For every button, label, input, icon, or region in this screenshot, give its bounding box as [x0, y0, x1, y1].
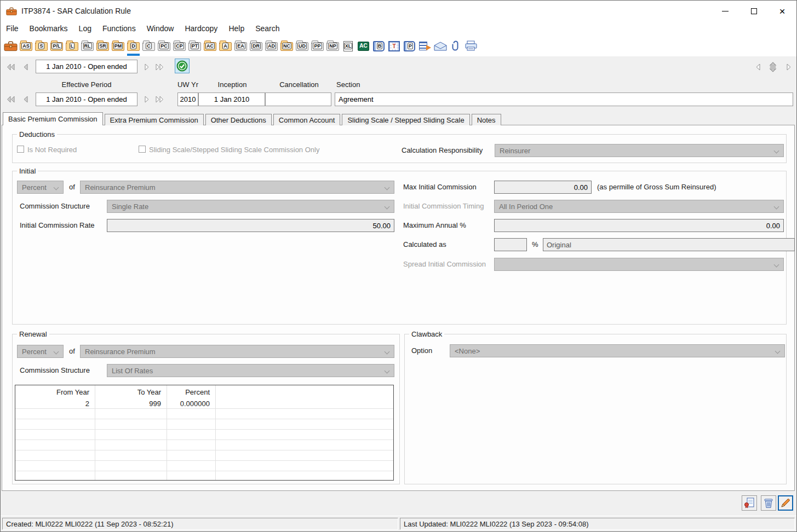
validated-check-button[interactable]: [175, 59, 190, 73]
close-button[interactable]: ×: [768, 2, 796, 20]
prev-period-button[interactable]: [21, 63, 31, 71]
clawback-option-label: Option: [411, 346, 432, 355]
effective-period-display-top[interactable]: 1 Jan 2010 - Open ended: [36, 60, 137, 73]
table-empty-row[interactable]: [15, 429, 393, 440]
tab[interactable]: Sliding Scale / Stepped Sliding Scale: [342, 114, 469, 125]
toolbar-folder-icon[interactable]: C: [142, 40, 156, 52]
envelope-icon[interactable]: [433, 40, 447, 52]
calculated-as-percent-field[interactable]: [494, 238, 527, 251]
next-subperiod-button[interactable]: [142, 95, 151, 103]
section-field[interactable]: Agreement: [335, 92, 793, 106]
sliding-scale-only-checkbox[interactable]: [139, 146, 146, 153]
toolbar-folder-icon[interactable]: A: [219, 40, 232, 52]
maximize-button[interactable]: [739, 2, 768, 20]
calc-responsibility-select[interactable]: Reinsurer: [495, 144, 784, 157]
menu-item[interactable]: Log: [73, 22, 97, 34]
toolbar-folder-icon[interactable]: DR: [249, 40, 263, 52]
calculated-as-label: Calculated as: [403, 240, 446, 248]
last-subperiod-button[interactable]: [155, 95, 164, 103]
book-p-icon[interactable]: P: [403, 40, 416, 52]
toolbar-folder-icon[interactable]: AC: [357, 40, 370, 52]
toolbar-folder-icon[interactable]: PP: [311, 40, 324, 52]
book-b-icon[interactable]: B: [372, 40, 386, 52]
toolbar-folder-icon[interactable]: RL: [81, 40, 94, 52]
toolbar-folder-icon[interactable]: P/L: [50, 40, 64, 52]
toolbar-folder-icon[interactable]: EA: [234, 40, 248, 52]
toolbar-folder-icon[interactable]: PM: [111, 40, 125, 52]
menu-item[interactable]: Functions: [97, 22, 141, 34]
prev-subperiod-button[interactable]: [21, 95, 31, 103]
menu-item[interactable]: File: [1, 22, 24, 34]
table-empty-row[interactable]: [15, 460, 393, 471]
uw-yr-field[interactable]: 2010: [177, 92, 198, 106]
toolbar-folder-icon[interactable]: AC: [203, 40, 217, 52]
tab[interactable]: Notes: [472, 114, 501, 125]
toolbar-folder-icon[interactable]: NC: [280, 40, 294, 52]
table-empty-row[interactable]: [15, 450, 393, 460]
paperclip-icon[interactable]: [449, 40, 462, 52]
is-not-required-checkbox[interactable]: [17, 146, 24, 153]
renewal-structure-select[interactable]: List Of Rates: [107, 364, 394, 377]
tab[interactable]: Basic Premium Commission: [3, 112, 103, 125]
next-period-button[interactable]: [142, 63, 151, 71]
printer-icon[interactable]: [464, 40, 478, 52]
next-record-button[interactable]: [784, 63, 793, 71]
window-title: ITP3874 - SAR Calculation Rule: [21, 7, 131, 15]
toolbar-folder-icon[interactable]: D: [127, 40, 140, 52]
cancellation-field[interactable]: [265, 92, 331, 106]
table-empty-row[interactable]: [15, 408, 393, 419]
sort-records-icon[interactable]: [767, 62, 779, 72]
tab[interactable]: Common Account: [273, 114, 341, 125]
initial-rate-field[interactable]: 50.00: [107, 219, 394, 232]
table-empty-row[interactable]: [15, 419, 393, 429]
max-annual-field[interactable]: 0.00: [494, 219, 784, 232]
table-empty-row[interactable]: [15, 440, 393, 450]
initial-structure-select[interactable]: Single Rate: [107, 200, 394, 213]
toolbar-folder-icon[interactable]: XL: [341, 40, 355, 52]
clawback-option-select[interactable]: <None>: [450, 344, 785, 357]
max-initial-commission-label: Max Initial Commission: [403, 183, 477, 191]
toolbar-folder-icon[interactable]: S: [35, 40, 48, 52]
first-period-button[interactable]: [6, 63, 15, 71]
inception-field[interactable]: 1 Jan 2010: [198, 92, 265, 106]
export-list-icon[interactable]: [418, 40, 432, 52]
initial-basis-select[interactable]: Percent: [17, 181, 64, 194]
table-t-icon[interactable]: T: [387, 40, 401, 52]
menu-item[interactable]: Hardcopy: [179, 22, 223, 34]
toolbar-folder-icon[interactable]: NP: [326, 40, 340, 52]
calculated-as-mode-field[interactable]: Original: [543, 238, 795, 251]
minimize-button[interactable]: [711, 2, 739, 20]
report-button[interactable]: [742, 495, 757, 511]
toolbar-folder-icon[interactable]: PT: [188, 40, 202, 52]
toolbar-folder-icon[interactable]: L: [65, 40, 79, 52]
briefcase-icon[interactable]: [4, 40, 18, 52]
toolbar-folder-icon[interactable]: UD: [295, 40, 309, 52]
delete-button[interactable]: [761, 495, 776, 511]
renewal-basis-select[interactable]: Percent: [17, 345, 64, 358]
menu-item[interactable]: Bookmarks: [24, 22, 73, 34]
initial-legend: Initial: [17, 167, 38, 175]
last-period-button[interactable]: [155, 63, 164, 71]
prev-record-button[interactable]: [754, 63, 763, 71]
toolbar-folder-icon[interactable]: AD: [265, 40, 278, 52]
menu-item[interactable]: Help: [223, 22, 250, 34]
first-subperiod-button[interactable]: [6, 95, 15, 103]
menu-item[interactable]: Search: [250, 22, 285, 34]
uw-yr-label: UW Yr: [175, 80, 201, 89]
menu-item[interactable]: Window: [141, 22, 180, 34]
toolbar-folder-icon[interactable]: AS: [19, 40, 33, 52]
toolbar-folder-icon[interactable]: PC: [157, 40, 171, 52]
table-empty-row[interactable]: [15, 471, 393, 481]
table-row[interactable]: 2 999 0.000000: [15, 398, 393, 408]
spread-initial-select[interactable]: [494, 258, 784, 271]
edit-button[interactable]: [778, 495, 793, 511]
initial-premium-select[interactable]: Reinsurance Premium: [80, 181, 394, 194]
initial-timing-select[interactable]: All In Period One: [494, 200, 784, 213]
effective-period-display-bottom[interactable]: 1 Jan 2010 - Open ended: [36, 92, 137, 106]
toolbar-folder-icon[interactable]: SR: [96, 40, 110, 52]
renewal-premium-select[interactable]: Reinsurance Premium: [80, 345, 394, 358]
tab[interactable]: Extra Premium Commission: [105, 114, 204, 125]
max-initial-commission-field[interactable]: 0.00: [494, 181, 592, 194]
toolbar-folder-icon[interactable]: CP: [173, 40, 186, 52]
tab[interactable]: Other Deductions: [205, 114, 272, 125]
